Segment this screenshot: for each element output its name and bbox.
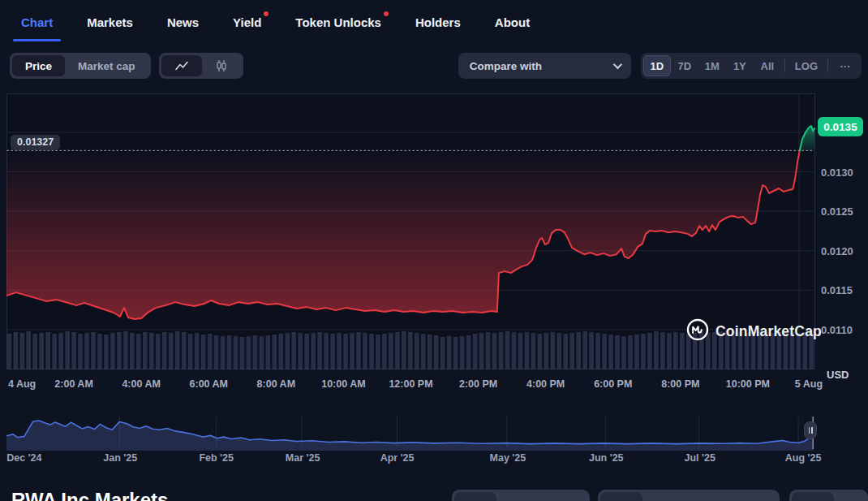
time-tick-label: 5 Aug bbox=[795, 378, 823, 390]
log-scale-button[interactable]: LOG bbox=[789, 55, 824, 76]
tab-yield[interactable]: Yield bbox=[231, 2, 263, 43]
divider bbox=[784, 59, 785, 72]
candlestick-chart-button[interactable] bbox=[202, 55, 241, 76]
range-7d-button[interactable]: 7D bbox=[671, 55, 698, 76]
time-tick-label: 8:00 PM bbox=[661, 378, 699, 390]
tab-about[interactable]: About bbox=[493, 2, 531, 43]
tab-markets[interactable]: Markets bbox=[85, 2, 135, 43]
current-price-badge: 0.0135 bbox=[818, 117, 863, 136]
tab-chart[interactable]: Chart bbox=[19, 2, 54, 43]
candlestick-chart-icon bbox=[215, 59, 228, 72]
time-tick-label: 10:00 PM bbox=[726, 378, 770, 390]
price-tick-label: 0.0115 bbox=[821, 284, 853, 296]
markets-filter-toggle-2[interactable] bbox=[598, 490, 780, 501]
time-tick-label: 10:00 AM bbox=[321, 378, 365, 390]
markets-heading: RWA Inc Markets bbox=[11, 489, 168, 501]
navigator-month-label: Apr '25 bbox=[380, 452, 415, 464]
chart-toolbar: PriceMarket cap bbox=[0, 49, 868, 83]
navigator-month-label: Jul '25 bbox=[684, 452, 715, 464]
markets-section: RWA Inc Markets bbox=[0, 483, 868, 501]
navigator-month-label: Feb '25 bbox=[199, 452, 234, 464]
more-options-button[interactable]: ··· bbox=[831, 55, 859, 76]
time-tick-label: 4:00 AM bbox=[122, 378, 160, 390]
navigator-month-label: Jan '25 bbox=[103, 452, 137, 464]
range-1d-button[interactable]: 1D bbox=[643, 55, 671, 76]
time-range-group: 1D7D1M1YAllLOG··· bbox=[641, 53, 862, 79]
time-axis: 4 Aug2:00 AM4:00 AM6:00 AM8:00 AM10:00 A… bbox=[0, 378, 868, 395]
range-1y-button[interactable]: 1Y bbox=[726, 55, 754, 76]
time-tick-label: 4 Aug bbox=[8, 378, 36, 390]
price-toggle-button[interactable]: Price bbox=[12, 55, 65, 76]
section-tabs: ChartMarketsNewsYieldToken UnlocksHolder… bbox=[0, 0, 868, 45]
coinmarketcap-watermark: CoinMarketCap bbox=[686, 318, 822, 345]
time-tick-label: 12:00 PM bbox=[389, 378, 432, 390]
coin-detail-page: ChartMarketsNewsYieldToken UnlocksHolder… bbox=[0, 0, 868, 501]
time-tick-label: 6:00 AM bbox=[190, 378, 228, 390]
range-all-button[interactable]: All bbox=[754, 55, 781, 76]
time-tick-label: 6:00 PM bbox=[594, 378, 632, 390]
market-cap-toggle-button[interactable]: Market cap bbox=[65, 55, 148, 76]
navigator-month-label: May '25 bbox=[490, 452, 526, 464]
navigator-canvas[interactable] bbox=[6, 417, 814, 451]
notification-dot bbox=[264, 11, 269, 16]
time-tick-label: 4:00 PM bbox=[526, 378, 565, 390]
navigator-right-handle[interactable] bbox=[804, 421, 817, 439]
navigator-month-label: Aug '25 bbox=[785, 452, 822, 464]
markets-filter-toggle-3[interactable] bbox=[789, 490, 868, 501]
chart-type-toggle bbox=[159, 53, 243, 79]
price-marketcap-toggle: PriceMarket cap bbox=[10, 53, 151, 79]
watermark-text: CoinMarketCap bbox=[715, 323, 822, 340]
range-navigator[interactable]: Dec '24Jan '25Feb '25Mar '25Apr '25May '… bbox=[0, 412, 868, 473]
line-chart-button[interactable] bbox=[161, 55, 202, 76]
line-chart-icon bbox=[174, 60, 189, 71]
markets-filter-toggle-1[interactable] bbox=[452, 490, 590, 501]
notification-dot bbox=[384, 11, 389, 16]
price-tick-label: 0.0110 bbox=[821, 324, 853, 336]
price-tick-label: 0.0120 bbox=[821, 244, 853, 257]
compare-with-label: Compare with bbox=[470, 60, 542, 72]
chevron-down-icon bbox=[613, 60, 622, 69]
time-tick-label: 8:00 AM bbox=[257, 378, 295, 390]
navigator-month-label: Mar '25 bbox=[286, 452, 320, 464]
tab-holders[interactable]: Holders bbox=[414, 2, 462, 43]
price-chart[interactable]: 0.01327 0.0135 0.01300.01250.01200.01150… bbox=[0, 88, 868, 396]
time-tick-label: 2:00 AM bbox=[54, 378, 92, 390]
compare-with-dropdown[interactable]: Compare with bbox=[458, 53, 631, 79]
navigator-month-label: Jun '25 bbox=[589, 452, 624, 464]
price-tick-label: 0.0130 bbox=[821, 166, 853, 178]
navigator-month-label: Dec '24 bbox=[6, 452, 41, 464]
previous-close-label: 0.01327 bbox=[11, 135, 60, 150]
tab-news[interactable]: News bbox=[165, 2, 200, 43]
divider bbox=[827, 59, 828, 72]
range-1m-button[interactable]: 1M bbox=[698, 55, 726, 76]
time-tick-label: 2:00 PM bbox=[459, 378, 497, 390]
price-tick-label: 0.0125 bbox=[821, 205, 853, 218]
tab-token-unlocks[interactable]: Token Unlocks bbox=[294, 2, 383, 43]
coinmarketcap-logo-icon bbox=[686, 318, 709, 345]
